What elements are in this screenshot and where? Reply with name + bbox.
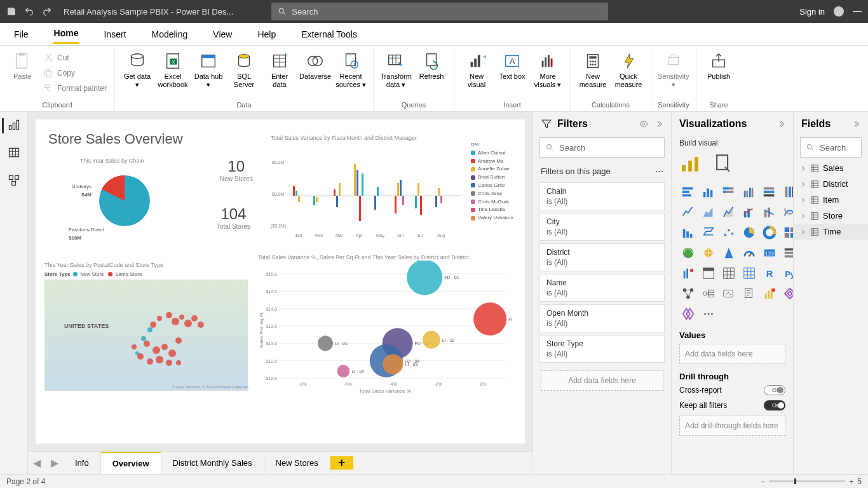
- cut-button[interactable]: Cut: [41, 51, 109, 65]
- collapse-icon[interactable]: [851, 119, 860, 128]
- field-table[interactable]: Store: [794, 208, 868, 224]
- fields-search[interactable]: Search: [800, 137, 862, 158]
- excel-workbook-button[interactable]: XExcel workbook: [156, 48, 190, 92]
- refresh-button[interactable]: Refresh: [414, 48, 449, 83]
- viz-type-icon[interactable]: [700, 285, 717, 302]
- viz-type-icon[interactable]: [700, 224, 717, 241]
- viz-type-icon[interactable]: [679, 203, 697, 221]
- tab-overview[interactable]: Overview: [101, 452, 161, 474]
- recent-sources-button[interactable]: Recent sources ▾: [334, 48, 368, 92]
- menu-external-tools[interactable]: External Tools: [300, 25, 358, 43]
- filter-card[interactable]: Cityis (All): [539, 213, 665, 241]
- viz-type-icon[interactable]: [740, 183, 758, 201]
- format-painter-button[interactable]: Format painter: [41, 81, 109, 95]
- filter-card[interactable]: Chainis (All): [539, 182, 665, 210]
- filter-card[interactable]: Store Typeis (All): [539, 335, 665, 363]
- keep-filters-toggle[interactable]: Keep all filters On: [672, 398, 793, 413]
- viz-type-icon[interactable]: [761, 183, 778, 201]
- signin-link[interactable]: Sign in: [799, 7, 825, 17]
- text-box-button[interactable]: AText box: [495, 48, 529, 83]
- viz-type-icon[interactable]: [679, 285, 697, 302]
- viz-type-icon[interactable]: [700, 264, 717, 282]
- more-visuals-button[interactable]: More visuals ▾: [531, 48, 565, 92]
- kpi-new-stores[interactable]: 10 New Stores: [220, 158, 253, 182]
- tab-next-icon[interactable]: ▶: [46, 457, 64, 469]
- report-canvas[interactable]: Store Sales Overview This Year Sales by …: [36, 119, 525, 444]
- minimize-icon[interactable]: [853, 11, 862, 12]
- viz-type-icon[interactable]: [720, 224, 738, 241]
- publish-button[interactable]: Publish: [702, 48, 736, 83]
- filter-search[interactable]: Search: [539, 137, 665, 158]
- viz-type-icon[interactable]: [679, 305, 697, 323]
- field-table[interactable]: Sales: [794, 160, 868, 176]
- viz-type-icon[interactable]: [679, 264, 697, 282]
- cross-report-toggle[interactable]: Cross-report Off: [672, 383, 793, 398]
- get-data-button[interactable]: Get data ▾: [120, 48, 154, 92]
- menu-help[interactable]: Help: [256, 25, 277, 43]
- viz-type-icon[interactable]: [761, 224, 778, 241]
- viz-type-icon[interactable]: [679, 244, 697, 262]
- add-page-button[interactable]: +: [330, 456, 353, 470]
- field-table[interactable]: District: [794, 176, 868, 192]
- viz-type-icon[interactable]: [761, 203, 778, 221]
- eye-icon[interactable]: [639, 119, 648, 128]
- tab-prev-icon[interactable]: ◀: [28, 457, 46, 469]
- bar-chart[interactable]: $0.2M $0.0M ($0.2M): [271, 145, 468, 240]
- viz-type-icon[interactable]: R: [761, 264, 778, 282]
- report-view-icon[interactable]: [2, 118, 20, 133]
- enter-data-button[interactable]: +Enter data: [262, 48, 297, 92]
- viz-type-icon[interactable]: [720, 203, 738, 221]
- viz-type-icon[interactable]: 123: [761, 244, 778, 262]
- viz-type-icon[interactable]: [761, 285, 778, 302]
- kpi-total-stores[interactable]: 104 Total Stores: [217, 205, 250, 230]
- viz-type-icon[interactable]: [740, 264, 758, 282]
- zoom-in-icon[interactable]: +: [849, 477, 853, 486]
- format-visual-icon[interactable]: [712, 152, 734, 174]
- transform-data-button[interactable]: Transform data ▾: [379, 48, 413, 92]
- tab-new-stores[interactable]: New Stores: [264, 452, 330, 474]
- drill-drop-zone[interactable]: Add drill-through fields here: [679, 416, 785, 436]
- viz-type-icon[interactable]: [700, 203, 717, 221]
- zoom-out-icon[interactable]: −: [761, 477, 765, 486]
- sql-server-button[interactable]: SQL Server: [227, 48, 261, 92]
- pie-chart[interactable]: [93, 169, 156, 234]
- redo-icon[interactable]: [42, 6, 52, 17]
- filter-card[interactable]: Districtis (All): [539, 243, 665, 271]
- model-view-icon[interactable]: [8, 174, 20, 189]
- new-visual-button[interactable]: +New visual: [459, 48, 494, 92]
- new-measure-button[interactable]: New measure: [576, 48, 610, 92]
- undo-icon[interactable]: [24, 6, 34, 17]
- values-drop-zone[interactable]: Add data fields here: [679, 344, 785, 364]
- viz-type-icon[interactable]: [679, 183, 697, 201]
- collapse-icon[interactable]: [776, 119, 785, 128]
- viz-type-icon[interactable]: [700, 183, 717, 201]
- field-table[interactable]: Time: [794, 224, 868, 240]
- zoom-slider[interactable]: [769, 480, 845, 482]
- dataverse-button[interactable]: Dataverse: [298, 48, 332, 83]
- viz-type-icon[interactable]: [700, 244, 717, 262]
- map-visual[interactable]: UNITED STATES © 2022 TomTom, © 2022 Micr…: [44, 280, 248, 391]
- save-icon[interactable]: [6, 6, 17, 17]
- viz-type-icon[interactable]: [679, 224, 697, 241]
- quick-measure-button[interactable]: Quick measure: [611, 48, 646, 92]
- title-search[interactable]: Search: [271, 3, 608, 20]
- menu-file[interactable]: File: [13, 25, 30, 43]
- viz-type-icon[interactable]: [700, 305, 717, 323]
- tab-info[interactable]: Info: [64, 452, 101, 474]
- collapse-icon[interactable]: [654, 119, 663, 128]
- avatar-icon[interactable]: [834, 6, 844, 17]
- field-table[interactable]: Item: [794, 192, 868, 208]
- filter-card[interactable]: Open Monthis (All): [539, 304, 665, 332]
- viz-type-icon[interactable]: [720, 264, 738, 282]
- tab-district-monthly[interactable]: District Monthly Sales: [161, 452, 264, 474]
- menu-home[interactable]: Home: [53, 24, 80, 44]
- sensitivity-button[interactable]: Sensitivity ▾: [656, 48, 691, 92]
- viz-type-icon[interactable]: [740, 244, 758, 262]
- paste-button[interactable]: Paste: [5, 48, 39, 83]
- menu-modeling[interactable]: Modeling: [150, 25, 189, 43]
- viz-type-icon[interactable]: [740, 285, 758, 302]
- menu-view[interactable]: View: [212, 25, 233, 43]
- copy-button[interactable]: Copy: [41, 66, 109, 80]
- filter-card[interactable]: Nameis (All): [539, 274, 665, 302]
- viz-type-icon[interactable]: [720, 183, 738, 201]
